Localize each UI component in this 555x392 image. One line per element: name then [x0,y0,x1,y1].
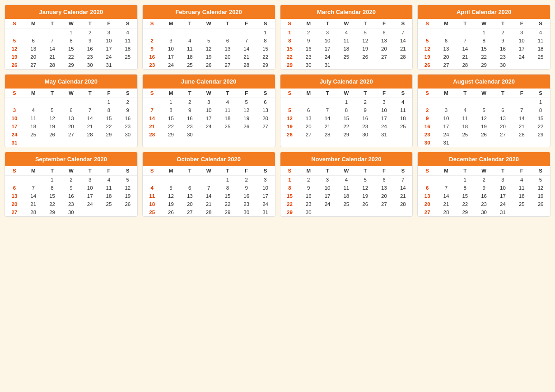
table-cell: 15 [99,114,118,122]
table-cell: 20 [5,200,24,208]
day-header-6: S [393,89,412,98]
table-cell: 17 [199,114,218,122]
table-cell [418,176,437,184]
table-cell: 8 [99,106,118,114]
table-cell: 30 [61,208,80,216]
calendar-header-february: February Calendar 2020 [143,5,275,19]
table-cell [356,61,375,69]
day-header-1: M [437,19,456,28]
table-cell: 22 [218,200,237,208]
day-header-0: S [418,19,437,28]
table-row: 262728293031 [280,131,413,139]
table-cell [456,98,475,107]
day-header-4: T [80,166,99,176]
table-cell: 3 [512,28,531,37]
table-cell [531,61,550,69]
table-cell: 28 [393,200,412,208]
table-cell [61,139,80,147]
table-cell: 1 [456,176,475,184]
table-cell: 24 [318,53,337,61]
table-cell: 6 [5,184,24,192]
table-cell: 4 [512,176,531,184]
table-row: 10111213141516 [5,114,137,122]
day-header-3: W [337,166,356,176]
table-cell: 25 [24,131,43,139]
table-cell: 29 [531,131,550,139]
calendar-table-april: SMTWTFS123456789101112131415161718192021… [418,19,550,69]
day-header-3: W [475,19,494,28]
table-cell: 30 [494,61,513,69]
table-cell: 29 [256,61,275,69]
table-cell: 7 [318,106,337,114]
table-cell [199,131,218,139]
day-header-4: T [494,166,513,176]
table-cell: 8 [218,184,237,192]
table-cell: 16 [356,114,375,122]
table-row: 1 [143,28,275,37]
table-cell: 1 [531,98,550,107]
table-cell: 21 [43,53,62,61]
table-cell: 15 [280,192,299,200]
table-row: 12131415161718 [5,45,137,53]
table-cell: 1 [280,28,299,37]
table-cell: 24 [99,53,118,61]
table-cell: 13 [299,114,318,122]
calendar-table-july: SMTWTFS123456789101112131415161718192021… [280,89,413,139]
day-header-3: W [61,166,80,176]
table-cell: 23 [356,122,375,131]
table-cell: 19 [43,122,62,131]
table-cell: 20 [61,122,80,131]
table-cell: 27 [375,200,394,208]
table-cell: 4 [456,106,475,114]
day-header-2: T [43,19,62,28]
table-cell: 14 [393,37,412,45]
table-cell: 15 [280,45,299,53]
table-cell: 1 [280,176,299,184]
table-cell: 12 [356,184,375,192]
table-cell: 18 [337,45,356,53]
table-cell: 9 [299,37,318,45]
table-row: 9101112131415 [143,45,275,53]
table-cell: 9 [118,106,137,114]
day-header-6: S [393,19,412,28]
table-cell: 6 [218,37,237,45]
table-cell: 4 [531,28,550,37]
table-row: 2345678 [143,37,275,45]
table-cell: 21 [237,53,256,61]
table-cell: 31 [375,131,394,139]
table-cell: 14 [437,192,456,200]
table-cell: 27 [418,208,437,216]
table-row: 6789101112 [418,184,550,192]
calendar-header-july: July Calendar 2020 [280,75,413,89]
table-cell [299,98,318,107]
table-cell: 28 [318,131,337,139]
day-header-6: S [531,89,550,98]
calendar-header-october: October Calendar 2020 [143,152,275,166]
table-cell [5,98,24,107]
day-header-6: S [118,19,137,28]
day-header-1: M [437,166,456,176]
table-cell: 25 [393,122,412,131]
table-cell: 4 [218,98,237,107]
table-cell: 9 [494,37,513,45]
table-cell: 24 [256,200,275,208]
table-cell: 19 [5,53,24,61]
table-row: 13141516171819 [5,192,137,200]
table-cell: 8 [531,106,550,114]
table-cell: 15 [475,45,494,53]
table-cell: 25 [337,53,356,61]
table-cell: 14 [237,45,256,53]
table-row: 262728293031 [5,61,137,69]
table-cell: 17 [256,192,275,200]
table-cell: 27 [375,53,394,61]
table-cell: 14 [199,192,218,200]
table-cell: 26 [199,61,218,69]
table-cell: 29 [456,208,475,216]
day-header-4: T [218,89,237,98]
table-cell: 19 [356,45,375,53]
table-row: 16171819202122 [418,122,550,131]
table-cell [418,28,437,37]
day-header-3: W [475,89,494,98]
table-cell [80,98,99,107]
table-cell [218,131,237,139]
